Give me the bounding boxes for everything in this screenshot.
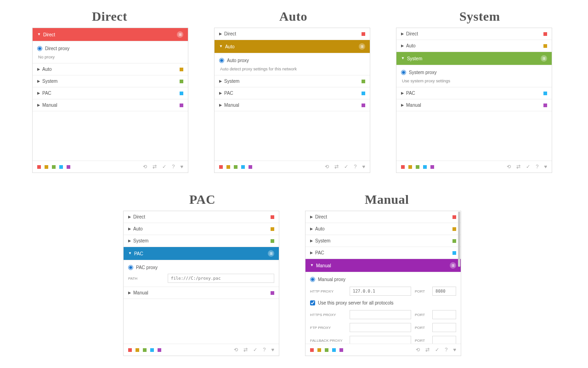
accordion-header-pac[interactable]: ▶PAC <box>33 87 188 99</box>
accordion-header-system[interactable]: ▶System <box>124 235 279 247</box>
panel-body: ▶Direct ▶Auto ▶System ▼PAC ⊞ PAC proxy P… <box>124 211 279 344</box>
footer-tag-green[interactable] <box>416 165 419 169</box>
accordion-header-pac[interactable]: ▶PAC <box>305 247 461 259</box>
pac-path-input[interactable] <box>168 274 274 283</box>
accordion-label: System <box>315 238 330 243</box>
accordion-header-auto[interactable]: ▶Auto <box>33 63 188 75</box>
ftp-proxy-input[interactable] <box>350 323 411 332</box>
heart-icon[interactable]: ♥ <box>544 164 547 170</box>
accordion-header-direct[interactable]: ▼ Direct ⊞ <box>33 28 188 41</box>
accordion-header-direct[interactable]: ▶Direct <box>124 211 279 223</box>
footer-tag-purple[interactable] <box>430 165 434 169</box>
accordion-header-pac[interactable]: ▶PAC <box>396 87 552 99</box>
pac-proxy-radio[interactable] <box>128 265 133 270</box>
footer-tag-green[interactable] <box>143 348 147 352</box>
footer-tag-amber[interactable] <box>136 348 139 352</box>
accordion-header-auto[interactable]: ▶Auto <box>124 223 279 235</box>
footer-tag-blue[interactable] <box>241 165 245 169</box>
footer-tag-amber[interactable] <box>45 165 48 169</box>
refresh-icon[interactable]: ⟲ <box>416 347 420 353</box>
footer-tag-green[interactable] <box>234 165 237 169</box>
auto-proxy-radio[interactable] <box>219 58 224 63</box>
swap-icon[interactable]: ⇄ <box>243 347 248 353</box>
accordion-label: Manual <box>224 103 239 108</box>
panel-footer: ⟲ ⇄ ✓ ? ♥ <box>33 161 188 172</box>
help-icon[interactable]: ? <box>445 347 447 353</box>
accordion-header-manual[interactable]: ▼Manual ⊞ <box>305 259 461 272</box>
footer-tag-blue[interactable] <box>332 348 336 352</box>
system-proxy-radio[interactable] <box>401 70 406 75</box>
accordion-header-system[interactable]: ▶System <box>215 75 370 87</box>
accordion-header-direct[interactable]: ▶Direct <box>305 211 461 223</box>
footer-tag-blue[interactable] <box>423 165 427 169</box>
accordion-header-manual[interactable]: ▶Manual <box>396 99 552 111</box>
check-icon[interactable]: ✓ <box>162 164 166 170</box>
accordion-header-system[interactable]: ▶System <box>305 235 461 247</box>
footer-tag-red[interactable] <box>37 165 41 169</box>
accordion-label: PAC <box>134 251 143 256</box>
manual-proxy-radio[interactable] <box>310 277 315 282</box>
footer-tag-purple[interactable] <box>339 348 343 352</box>
swap-icon[interactable]: ⇄ <box>334 164 339 170</box>
accordion-header-manual[interactable]: ▶Manual <box>124 287 279 299</box>
panel-pac: ▶Direct ▶Auto ▶System ▼PAC ⊞ PAC proxy P… <box>123 211 279 356</box>
accordion-header-auto[interactable]: ▶Auto <box>396 40 552 52</box>
heart-icon[interactable]: ♥ <box>453 347 456 353</box>
swap-icon[interactable]: ⇄ <box>425 347 430 353</box>
swap-icon[interactable]: ⇄ <box>153 164 157 170</box>
accordion-header-pac[interactable]: ▼PAC ⊞ <box>124 247 279 260</box>
footer-tag-red[interactable] <box>401 165 405 169</box>
footer-tag-red[interactable] <box>219 165 223 169</box>
footer-tag-red[interactable] <box>310 348 314 352</box>
use-all-checkbox[interactable] <box>310 300 315 305</box>
ftp-port-input[interactable] <box>432 323 456 332</box>
help-icon[interactable]: ? <box>263 347 266 353</box>
footer-tag-purple[interactable] <box>158 348 161 352</box>
accordion-header-system[interactable]: ▼System ⊞ <box>396 52 552 65</box>
accordion-label: Direct <box>133 214 145 219</box>
fallback-port-input[interactable] <box>432 336 456 344</box>
footer-tag-purple[interactable] <box>67 165 70 169</box>
footer-tag-purple[interactable] <box>249 165 252 169</box>
https-proxy-input[interactable] <box>350 310 411 319</box>
http-proxy-input[interactable] <box>350 287 411 296</box>
footer-tag-red[interactable] <box>128 348 132 352</box>
accordion-header-manual[interactable]: ▶Manual <box>215 99 370 111</box>
footer-tag-green[interactable] <box>325 348 328 352</box>
heart-icon[interactable]: ♥ <box>362 164 365 170</box>
fallback-proxy-input[interactable] <box>350 336 411 344</box>
accordion-header-direct[interactable]: ▶Direct <box>215 28 370 40</box>
refresh-icon[interactable]: ⟲ <box>234 347 238 353</box>
heart-icon[interactable]: ♥ <box>180 164 183 170</box>
check-icon[interactable]: ✓ <box>344 164 348 170</box>
http-port-input[interactable] <box>432 287 456 296</box>
footer-tag-amber[interactable] <box>408 165 412 169</box>
heart-icon[interactable]: ♥ <box>271 347 274 353</box>
footer-tag-green[interactable] <box>52 165 56 169</box>
check-icon[interactable]: ✓ <box>253 347 257 353</box>
refresh-icon[interactable]: ⟲ <box>507 164 511 170</box>
accordion-header-system[interactable]: ▶System <box>33 75 188 87</box>
refresh-icon[interactable]: ⟲ <box>325 164 329 170</box>
help-icon[interactable]: ? <box>536 164 538 170</box>
accordion-header-auto[interactable]: ▶Auto <box>305 223 461 235</box>
https-port-input[interactable] <box>432 310 456 319</box>
accordion-content-direct: Direct proxy No proxy <box>33 41 188 63</box>
footer-tag-blue[interactable] <box>59 165 63 169</box>
accordion-header-auto[interactable]: ▼Auto ⊞ <box>215 40 370 53</box>
refresh-icon[interactable]: ⟲ <box>143 164 147 170</box>
footer-tag-blue[interactable] <box>150 348 154 352</box>
help-icon[interactable]: ? <box>172 164 175 170</box>
accordion-header-manual[interactable]: ▶Manual <box>33 99 188 111</box>
direct-proxy-radio[interactable] <box>37 46 42 51</box>
help-icon[interactable]: ? <box>354 164 356 170</box>
swap-icon[interactable]: ⇄ <box>516 164 520 170</box>
check-icon[interactable]: ✓ <box>526 164 530 170</box>
footer-tag-amber[interactable] <box>226 165 230 169</box>
check-icon[interactable]: ✓ <box>435 347 439 353</box>
accordion-header-pac[interactable]: ▶PAC <box>215 87 370 99</box>
accordion-header-direct[interactable]: ▶Direct <box>396 28 552 40</box>
footer-tag-amber[interactable] <box>317 348 321 352</box>
scrollbar-thumb[interactable] <box>458 212 460 267</box>
caret-right-icon: ▶ <box>401 104 404 107</box>
